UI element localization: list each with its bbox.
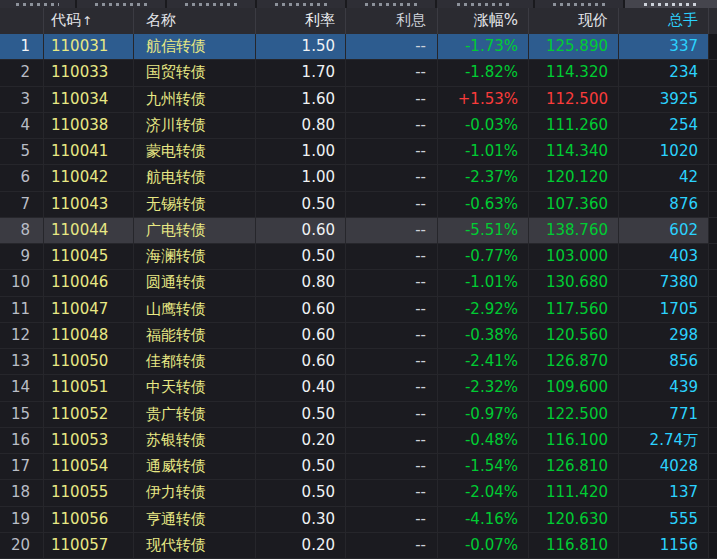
table-row[interactable]: 19 110056 亨通转债 0.30 -- -4.16% 120.630 55… — [0, 507, 717, 533]
cell-code: 110043 — [43, 192, 133, 217]
header-change-percent[interactable]: 涨幅% — [437, 8, 528, 34]
table-row[interactable]: 11 110047 山鹰转债 0.60 -- -2.92% 117.560 17… — [0, 297, 717, 323]
cell-rate: 0.50 — [255, 480, 345, 505]
cell-change-percent: -0.07% — [437, 533, 528, 558]
cell-rate: 1.60 — [255, 87, 345, 112]
table-row[interactable]: 14 110051 中天转债 0.40 -- -2.32% 109.600 43… — [0, 375, 717, 401]
table-row[interactable]: 7 110043 无锡转债 0.50 -- -0.63% 107.360 876 — [0, 192, 717, 218]
table-row[interactable]: 12 110048 福能转债 0.60 -- -0.38% 120.560 29… — [0, 323, 717, 349]
cell-name: 福能转债 — [133, 323, 255, 348]
top-tab[interactable] — [347, 0, 435, 8]
cell-interest: -- — [345, 139, 437, 164]
cell-code: 110042 — [43, 165, 133, 190]
header-price[interactable]: 现价 — [528, 8, 618, 34]
table-row[interactable]: 13 110050 佳都转债 0.60 -- -2.41% 126.870 85… — [0, 349, 717, 375]
header-rate[interactable]: 利率 — [255, 8, 345, 34]
cell-interest: -- — [345, 218, 437, 243]
table-header: 代码↑ 名称 利率 利息 涨幅% 现价 总手 — [0, 8, 717, 34]
cell-price: 111.420 — [528, 480, 618, 505]
cell-price: 120.630 — [528, 507, 618, 532]
cell-volume: 555 — [618, 507, 708, 532]
sort-ascending-icon: ↑ — [82, 14, 92, 28]
cell-price: 126.870 — [528, 349, 618, 374]
table-row[interactable]: 2 110033 国贸转债 1.70 -- -1.82% 114.320 234 — [0, 60, 717, 86]
cell-code: 110055 — [43, 480, 133, 505]
cell-price: 125.890 — [528, 34, 618, 59]
cell-change-percent: -2.37% — [437, 165, 528, 190]
top-tab[interactable] — [437, 0, 533, 8]
cell-volume: 876 — [618, 192, 708, 217]
cell-edge-spacer — [708, 244, 717, 269]
cell-code: 110045 — [43, 244, 133, 269]
cell-name: 航信转债 — [133, 34, 255, 59]
cell-price: 126.810 — [528, 454, 618, 479]
cell-row-number: 8 — [0, 218, 43, 243]
table-row[interactable]: 17 110054 通威转债 0.50 -- -1.54% 126.810 40… — [0, 454, 717, 480]
table-row[interactable]: 18 110055 伊力转债 0.50 -- -2.04% 111.420 13… — [0, 480, 717, 506]
cell-interest: -- — [345, 192, 437, 217]
table-row[interactable]: 4 110038 济川转债 0.80 -- -0.03% 111.260 254 — [0, 113, 717, 139]
header-code[interactable]: 代码↑ — [43, 8, 133, 34]
cell-interest: -- — [345, 244, 437, 269]
cell-price: 111.260 — [528, 113, 618, 138]
cell-rate: 1.00 — [255, 165, 345, 190]
cell-change-percent: -1.01% — [437, 270, 528, 295]
cell-name: 无锡转债 — [133, 192, 255, 217]
top-tab[interactable] — [77, 0, 165, 8]
cell-rate: 0.50 — [255, 244, 345, 269]
table-row[interactable]: 15 110052 贵广转债 0.50 -- -0.97% 122.500 77… — [0, 402, 717, 428]
table-row[interactable]: 10 110046 圆通转债 0.80 -- -1.01% 130.680 73… — [0, 270, 717, 296]
cell-code: 110048 — [43, 323, 133, 348]
cell-rate: 0.30 — [255, 507, 345, 532]
table-row[interactable]: 20 110057 现代转债 0.20 -- -0.07% 116.810 11… — [0, 533, 717, 559]
clipped-tab-label — [275, 3, 326, 6]
cell-code: 110052 — [43, 402, 133, 427]
cell-row-number: 14 — [0, 375, 43, 400]
top-tab[interactable] — [257, 0, 345, 8]
clipped-tab-label — [16, 3, 60, 6]
cell-edge-spacer — [708, 87, 717, 112]
cell-change-percent: -0.38% — [437, 323, 528, 348]
cell-edge-spacer — [708, 139, 717, 164]
cell-change-percent: -0.48% — [437, 428, 528, 453]
table-row[interactable]: 3 110034 九州转债 1.60 -- +1.53% 112.500 392… — [0, 87, 717, 113]
cell-price: 116.100 — [528, 428, 618, 453]
cell-volume: 771 — [618, 402, 708, 427]
cell-code: 110044 — [43, 218, 133, 243]
table-row[interactable]: 9 110045 海澜转债 0.50 -- -0.77% 103.000 403 — [0, 244, 717, 270]
table-row[interactable]: 5 110041 蒙电转债 1.00 -- -1.01% 114.340 102… — [0, 139, 717, 165]
top-tab[interactable] — [167, 0, 255, 8]
header-name[interactable]: 名称 — [133, 8, 255, 34]
cell-change-percent: -1.73% — [437, 34, 528, 59]
table-row[interactable]: 16 110053 苏银转债 0.20 -- -0.48% 116.100 2.… — [0, 428, 717, 454]
cell-row-number: 3 — [0, 87, 43, 112]
table-row[interactable]: 1 110031 航信转债 1.50 -- -1.73% 125.890 337 — [0, 34, 717, 60]
cell-change-percent: -1.82% — [437, 60, 528, 85]
cell-rate: 1.50 — [255, 34, 345, 59]
cell-edge-spacer — [708, 454, 717, 479]
cell-row-number: 1 — [0, 34, 43, 59]
cell-price: 107.360 — [528, 192, 618, 217]
cell-change-percent: -0.77% — [437, 244, 528, 269]
header-volume[interactable]: 总手 — [618, 8, 708, 34]
cell-code: 110053 — [43, 428, 133, 453]
cell-code: 110054 — [43, 454, 133, 479]
cell-code: 110033 — [43, 60, 133, 85]
cell-price: 112.500 — [528, 87, 618, 112]
cell-volume: 856 — [618, 349, 708, 374]
cell-volume: 234 — [618, 60, 708, 85]
top-tab-strip — [0, 0, 717, 8]
cell-rate: 0.20 — [255, 533, 345, 558]
table-row[interactable]: 6 110042 航电转债 1.00 -- -2.37% 120.120 42 — [0, 165, 717, 191]
cell-name: 航电转债 — [133, 165, 255, 190]
top-tab[interactable] — [0, 0, 75, 8]
top-tab[interactable] — [535, 0, 623, 8]
top-tab-active[interactable] — [625, 0, 717, 8]
cell-interest: -- — [345, 480, 437, 505]
table-row[interactable]: 8 110044 广电转债 0.60 -- -5.51% 138.760 602 — [0, 218, 717, 244]
cell-interest: -- — [345, 60, 437, 85]
cell-volume: 137 — [618, 480, 708, 505]
cell-change-percent: -2.32% — [437, 375, 528, 400]
header-interest[interactable]: 利息 — [345, 8, 437, 34]
cell-volume: 2.74万 — [618, 428, 708, 453]
